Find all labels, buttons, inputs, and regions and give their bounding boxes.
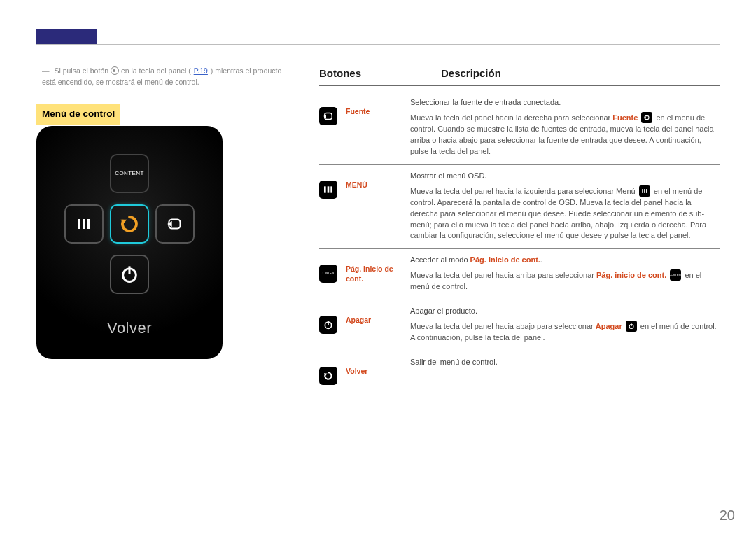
inline-power-icon bbox=[626, 321, 637, 332]
row-highlight: Apagar bbox=[596, 322, 622, 330]
svg-rect-8 bbox=[324, 186, 326, 192]
header-descripcion: Descripción bbox=[441, 66, 501, 81]
row-lead-a: Acceder al modo bbox=[410, 255, 470, 264]
svg-rect-0 bbox=[78, 219, 80, 229]
row-lead: Apagar el producto. bbox=[410, 306, 720, 317]
page-number: 20 bbox=[720, 505, 735, 526]
header-botones: Botones bbox=[319, 66, 441, 81]
panel-button-power bbox=[110, 255, 149, 294]
row-label: Volver bbox=[346, 357, 410, 377]
row-lead-hl: Pág. inicio de cont. bbox=[470, 255, 540, 264]
row-icon-cell: CONTENT bbox=[319, 255, 346, 283]
hint-part-2: en la tecla del panel ( bbox=[121, 66, 191, 75]
row-body-a: Mueva la tecla del panel hacia la izquie… bbox=[410, 187, 638, 195]
svg-rect-13 bbox=[646, 189, 648, 193]
return-icon bbox=[319, 367, 337, 385]
table-header: Botones Descripción bbox=[319, 66, 720, 81]
row-label: Pág. inicio de cont. bbox=[346, 255, 410, 283]
row-description: Acceder al modo Pág. inicio de cont.. Mu… bbox=[410, 255, 720, 293]
svg-rect-12 bbox=[644, 189, 645, 193]
table-row: Fuente Seleccionar la fuente de entrada … bbox=[319, 92, 720, 165]
power-icon bbox=[319, 316, 337, 334]
table-row: CONTENT Pág. inicio de cont. Acceder al … bbox=[319, 249, 720, 300]
control-menu-graphic: CONTENT Volver bbox=[36, 126, 223, 359]
row-icon-cell bbox=[319, 306, 346, 334]
row-label: Apagar bbox=[346, 306, 410, 325]
svg-rect-2 bbox=[88, 219, 90, 229]
inline-source-icon bbox=[641, 112, 652, 123]
row-label: Fuente bbox=[346, 97, 410, 117]
row-icon-cell bbox=[319, 97, 346, 125]
row-body-a: Mueva la tecla del panel hacia arriba pa… bbox=[410, 271, 596, 279]
content-icon-label: CONTENT bbox=[321, 272, 336, 276]
svg-rect-1 bbox=[83, 219, 85, 229]
row-description: Mostrar el menú OSD. Mueva la tecla del … bbox=[410, 171, 720, 242]
row-lead: Salir del menú de control. bbox=[410, 357, 720, 368]
hint-text: ― Si pulsa el botón en la tecla del pane… bbox=[42, 66, 298, 88]
menu-icon bbox=[319, 181, 337, 199]
panel-button-menu bbox=[64, 204, 104, 244]
row-description: Salir del menú de control. bbox=[410, 357, 720, 368]
menu-icon bbox=[76, 216, 92, 232]
inline-content-label: CONTENT bbox=[669, 274, 682, 276]
row-icon-cell bbox=[319, 357, 346, 385]
inline-menu-icon bbox=[639, 185, 650, 197]
header-accent-bar bbox=[36, 29, 97, 45]
svg-rect-15 bbox=[328, 321, 329, 325]
table-row: Apagar Apagar el producto. Mueva la tecl… bbox=[319, 300, 720, 351]
panel-button-content: CONTENT bbox=[110, 154, 149, 193]
row-highlight: Fuente bbox=[612, 113, 638, 122]
row-body-a: Mueva la tecla del panel hacia abajo par… bbox=[410, 322, 596, 330]
row-label: MENÚ bbox=[346, 171, 410, 190]
section-title: Menú de control bbox=[36, 104, 120, 125]
power-icon bbox=[120, 265, 139, 284]
content-icon: CONTENT bbox=[319, 265, 337, 283]
source-icon bbox=[166, 215, 184, 233]
row-highlight: Pág. inicio de cont. bbox=[596, 271, 666, 279]
source-icon bbox=[319, 107, 337, 125]
content-label: CONTENT bbox=[115, 169, 144, 178]
panel-key-icon bbox=[111, 66, 119, 75]
hint-part-1: Si pulsa el botón bbox=[54, 66, 111, 75]
table-row: Volver Salir del menú de control. bbox=[319, 351, 720, 392]
svg-rect-10 bbox=[330, 186, 332, 192]
panel-button-return bbox=[110, 204, 149, 244]
svg-rect-11 bbox=[642, 189, 643, 193]
row-body-a: Mueva la tecla del panel hacia la derech… bbox=[410, 113, 612, 122]
row-lead: Acceder al modo Pág. inicio de cont.. bbox=[410, 255, 720, 266]
row-lead: Mostrar el menú OSD. bbox=[410, 171, 720, 182]
svg-rect-17 bbox=[631, 324, 631, 327]
buttons-table: Botones Descripción Fuente Seleccionar l… bbox=[319, 66, 720, 392]
row-description: Apagar el producto. Mueva la tecla del p… bbox=[410, 306, 720, 344]
row-lead: Seleccionar la fuente de entrada conecta… bbox=[410, 97, 720, 108]
page-ref-link[interactable]: P.19 bbox=[193, 66, 209, 75]
svg-rect-9 bbox=[328, 186, 330, 192]
return-icon bbox=[119, 213, 140, 234]
inline-content-icon: CONTENT bbox=[670, 269, 681, 281]
bullet-icon: ― bbox=[42, 66, 52, 75]
header-divider bbox=[36, 44, 720, 45]
header-rule bbox=[319, 85, 720, 86]
table-row: MENÚ Mostrar el menú OSD. Mueva la tecla… bbox=[319, 165, 720, 250]
row-lead-b: . bbox=[540, 255, 542, 264]
panel-button-source bbox=[155, 204, 195, 244]
row-icon-cell bbox=[319, 171, 346, 199]
panel-caption: Volver bbox=[36, 317, 223, 339]
svg-rect-5 bbox=[128, 266, 130, 274]
control-panel: CONTENT Volver bbox=[36, 126, 223, 359]
row-description: Seleccionar la fuente de entrada conecta… bbox=[410, 97, 720, 157]
